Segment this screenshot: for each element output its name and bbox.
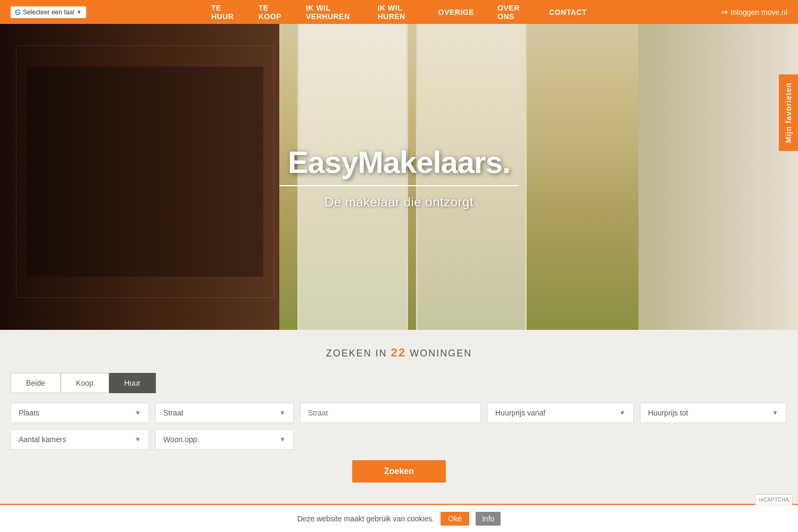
search-row-1: Plaats ▼ Straat ▼ Huurprijs vanaf ▼ Huur… bbox=[11, 403, 787, 423]
aantal-kamers-label: Aantal kamers bbox=[19, 435, 66, 444]
side-favorites-button[interactable]: Mijn favorieten bbox=[779, 74, 798, 151]
straat-input[interactable] bbox=[300, 403, 481, 423]
chevron-down-icon: ▼ bbox=[135, 436, 141, 443]
tab-beide[interactable]: Beide bbox=[11, 373, 61, 393]
chevron-down-icon: ▼ bbox=[135, 409, 141, 417]
hero-underline bbox=[279, 185, 519, 186]
nav-item-te-koop[interactable]: TE KOOP bbox=[247, 4, 294, 21]
recaptcha-badge: reCAPTCHA bbox=[755, 494, 793, 505]
search-heading-suffix: WONINGEN bbox=[410, 348, 472, 359]
straat-label: Straat bbox=[163, 409, 183, 417]
chevron-down-icon: ▼ bbox=[279, 409, 286, 417]
hero-section: EasyMakelaars. De makelaar die ontzorgt bbox=[0, 24, 798, 330]
nav-item-overige[interactable]: OVERIGE bbox=[427, 8, 486, 16]
chevron-down-icon: ▼ bbox=[77, 9, 82, 15]
huurprijs-vanaf-dropdown[interactable]: Huurprijs vanaf ▼ bbox=[487, 403, 634, 423]
search-count: 22 bbox=[391, 346, 406, 359]
chevron-down-icon: ▼ bbox=[772, 409, 778, 417]
woonopp-label: Woon.opp. bbox=[163, 435, 199, 444]
google-g-icon: G bbox=[15, 8, 21, 16]
search-tabs: Beide Koop Huur bbox=[11, 373, 156, 393]
nav-item-te-huur[interactable]: TE HUUR bbox=[200, 4, 247, 21]
translate-label: Selecteer een taal bbox=[23, 9, 74, 16]
huurprijs-vanaf-label: Huurprijs vanaf bbox=[495, 409, 545, 417]
plaats-dropdown[interactable]: Plaats ▼ bbox=[11, 403, 149, 423]
cookie-message: Deze website maakt gebruik van cookies. bbox=[297, 514, 435, 523]
google-translate-selector[interactable]: G Selecteer een taal ▼ bbox=[11, 6, 86, 18]
cookie-info-button[interactable]: Info bbox=[476, 512, 501, 526]
nav-item-over-ons[interactable]: OVER ONS bbox=[486, 4, 537, 21]
login-icon: ⇒ bbox=[721, 7, 728, 17]
login-label: Inloggen move.nl bbox=[730, 8, 787, 16]
search-heading: ZOEKEN IN 22 WONINGEN bbox=[11, 346, 787, 360]
plaats-label: Plaats bbox=[19, 409, 39, 417]
cookie-bar: Deze website maakt gebruik van cookies. … bbox=[0, 505, 798, 532]
hero-subtitle: De makelaar die ontzorgt bbox=[279, 195, 519, 210]
tab-koop[interactable]: Koop bbox=[61, 373, 109, 393]
hero-title: EasyMakelaars. bbox=[279, 144, 519, 180]
huurprijs-tot-label: Huurprijs tot bbox=[648, 409, 688, 417]
nav-item-ik-wil-huren[interactable]: IK WIL HUREN bbox=[366, 4, 427, 21]
hero-content: EasyMakelaars. De makelaar die ontzorgt bbox=[279, 144, 519, 210]
header: G Selecteer een taal ▼ TE HUUR TE KOOP I… bbox=[0, 0, 798, 24]
cookie-ok-button[interactable]: Oké bbox=[440, 512, 469, 526]
woonopp-dropdown[interactable]: Woon.opp. ▼ bbox=[155, 429, 294, 450]
huurprijs-tot-dropdown[interactable]: Huurprijs tot ▼ bbox=[640, 403, 786, 423]
chevron-down-icon: ▼ bbox=[279, 436, 286, 443]
search-row-2: Aantal kamers ▼ Woon.opp. ▼ bbox=[11, 429, 787, 450]
nav-item-contact[interactable]: CONTACT bbox=[537, 8, 598, 16]
header-left: G Selecteer een taal ▼ bbox=[11, 6, 86, 18]
tab-huur[interactable]: Huur bbox=[109, 373, 156, 393]
straat-dropdown[interactable]: Straat ▼ bbox=[155, 403, 294, 423]
hero-panel-right bbox=[638, 24, 798, 330]
main-nav: TE HUUR TE KOOP IK WIL VERHUREN IK WIL H… bbox=[200, 4, 598, 21]
chevron-down-icon: ▼ bbox=[619, 409, 626, 417]
aantal-kamers-dropdown[interactable]: Aantal kamers ▼ bbox=[11, 429, 149, 450]
hero-panel-left bbox=[0, 24, 279, 330]
nav-item-ik-wil-verhuren[interactable]: IK WIL VERHUREN bbox=[294, 4, 366, 21]
login-link[interactable]: ⇒ Inloggen move.nl bbox=[721, 7, 787, 17]
search-section: ZOEKEN IN 22 WONINGEN Beide Koop Huur Pl… bbox=[0, 330, 798, 504]
search-button[interactable]: Zoeken bbox=[352, 460, 446, 483]
search-heading-prefix: ZOEKEN IN bbox=[326, 348, 387, 359]
